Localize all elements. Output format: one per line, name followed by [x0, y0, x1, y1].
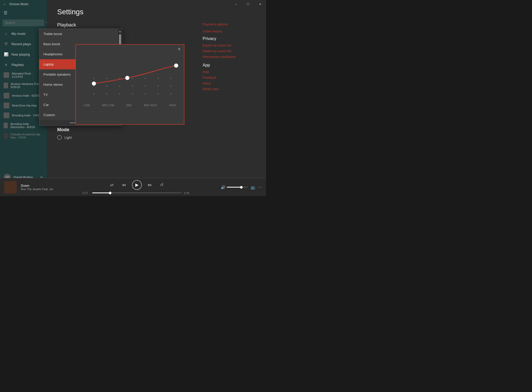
eq-point-mid[interactable]: [125, 76, 129, 80]
time-current: 0:27: [82, 191, 90, 195]
volume-row: 🔊: [221, 185, 248, 189]
order-history-link[interactable]: Order history: [203, 29, 249, 33]
payment-options-link[interactable]: Payment options: [203, 22, 249, 26]
svg-point-20: [170, 78, 172, 79]
sidebar-item-label: Now playing: [11, 52, 30, 56]
recent-icon: ⏱: [4, 42, 8, 46]
eq-label-midlow: MID LOW: [102, 104, 114, 107]
svg-point-13: [170, 85, 172, 87]
player-controls: ⇄ ⏮ ▶ ⏭ ↺ 0:27 3:29: [57, 180, 217, 195]
play-button[interactable]: ▶: [132, 180, 142, 190]
cast-icon[interactable]: 📺: [251, 185, 255, 189]
maximize-button[interactable]: ☐: [242, 0, 254, 8]
sidebar-item-label: My music: [11, 32, 26, 36]
whats-new-link[interactable]: What's new: [203, 87, 249, 91]
eq-label-midhigh: MID HIGH: [144, 104, 157, 107]
playlist-icon: ≡: [4, 63, 8, 67]
svg-point-17: [132, 78, 133, 79]
minimize-button[interactable]: ─: [230, 0, 242, 8]
track-artist: Run The Jewels Feat. Joi: [21, 188, 53, 191]
delete-music-link[interactable]: Delete my music info: [203, 49, 249, 53]
eq-labels: LOW MID LOW MID MID HIGH HIGH: [81, 104, 179, 107]
scroll-up-arrow[interactable]: ▲: [118, 29, 122, 34]
repeat-button[interactable]: ↺: [158, 181, 166, 189]
now-playing-icon: 📊: [4, 52, 8, 56]
eq-label-low: LOW: [84, 104, 90, 107]
page-title: Settings: [57, 8, 256, 16]
playlist-thumb: [4, 123, 8, 128]
svg-point-14: [93, 78, 95, 79]
next-button[interactable]: ⏭: [146, 181, 154, 189]
sidebar-item-label: Playlists: [11, 63, 24, 67]
eq-label-mid: MID: [127, 104, 132, 107]
search-input[interactable]: [5, 21, 44, 25]
svg-point-8: [106, 85, 108, 87]
help-link[interactable]: Help: [203, 70, 249, 74]
progress-thumb: [109, 192, 111, 194]
playlist-thumb: [4, 83, 8, 88]
svg-point-5: [157, 93, 159, 95]
eq-curve-svg: [81, 50, 179, 102]
about-link[interactable]: About: [203, 82, 249, 85]
player-bar: Down Run The Jewels Feat. Joi ⇄ ⏮ ▶ ⏭ ↺ …: [0, 178, 266, 196]
sidebar-top: ← Groove Music: [0, 0, 47, 8]
svg-point-18: [144, 78, 146, 79]
radio-light-label: Light: [64, 136, 72, 139]
album-art: [4, 181, 17, 194]
list-item[interactable]: Critically Acclaimed Hip-Hop - 7/4/16: [0, 131, 47, 141]
svg-point-0: [93, 93, 95, 95]
privacy-dashboard-link[interactable]: View privacy dashboard: [203, 55, 249, 59]
volume-icon[interactable]: 🔊: [221, 185, 225, 189]
svg-point-19: [157, 78, 159, 79]
svg-point-6: [170, 93, 172, 95]
svg-point-2: [119, 93, 120, 95]
svg-point-1: [106, 93, 108, 95]
progress-track[interactable]: [92, 192, 182, 193]
search-box[interactable]: 🔍: [3, 19, 44, 26]
hamburger-button[interactable]: ☰: [0, 8, 47, 17]
control-buttons: ⇄ ⏮ ▶ ⏭ ↺: [108, 180, 166, 190]
dropdown-item-treble[interactable]: Treble boost: [39, 29, 118, 39]
equalizer-modal: ✕: [75, 44, 184, 125]
svg-point-11: [144, 85, 146, 87]
back-button[interactable]: ←: [3, 2, 7, 6]
feedback-link[interactable]: Feedback: [203, 76, 249, 79]
window-chrome: ─ ☐ ✕: [230, 0, 266, 8]
volume-thumb: [240, 186, 243, 189]
volume-fill: [227, 187, 241, 188]
svg-point-12: [157, 85, 159, 87]
eq-point-low[interactable]: [92, 82, 96, 86]
playlist-thumb: [4, 103, 9, 108]
player-right: 🔊 📺 ⋯: [221, 185, 262, 189]
app-title-label: Groove Music: [9, 2, 29, 6]
music-icon: ♪: [4, 31, 8, 36]
svg-point-10: [132, 85, 133, 87]
more-options-icon[interactable]: ⋯: [258, 185, 262, 189]
playlist-thumb: [4, 72, 9, 78]
svg-point-9: [119, 85, 120, 87]
eq-curve-path: [94, 65, 176, 83]
volume-track[interactable]: [227, 187, 248, 188]
time-total: 3:29: [184, 191, 191, 195]
radio-row-light: Light: [57, 135, 192, 140]
playlist-thumb: [4, 133, 8, 139]
prev-button[interactable]: ⏮: [120, 181, 128, 189]
app-section-title: App: [203, 63, 249, 68]
mode-title: Mode: [57, 127, 192, 132]
close-button[interactable]: ✕: [254, 0, 266, 8]
shuffle-button[interactable]: ⇄: [108, 181, 116, 189]
svg-point-3: [132, 93, 133, 95]
radio-light[interactable]: [57, 135, 62, 140]
eq-chart: [81, 50, 179, 102]
eq-label-high: HIGH: [169, 104, 176, 107]
track-title: Down: [21, 184, 53, 188]
svg-point-4: [144, 93, 146, 95]
playback-section-title: Playback: [57, 22, 192, 28]
export-music-link[interactable]: Export my music info: [203, 44, 249, 47]
track-info: Down Run The Jewels Feat. Joi: [21, 184, 53, 191]
playlist-thumb: [4, 112, 9, 118]
eq-point-high[interactable]: [174, 64, 178, 68]
privacy-title: Privacy: [203, 36, 249, 41]
playlist-thumb: [4, 93, 9, 98]
sidebar-item-label: Recent plays: [11, 42, 31, 46]
